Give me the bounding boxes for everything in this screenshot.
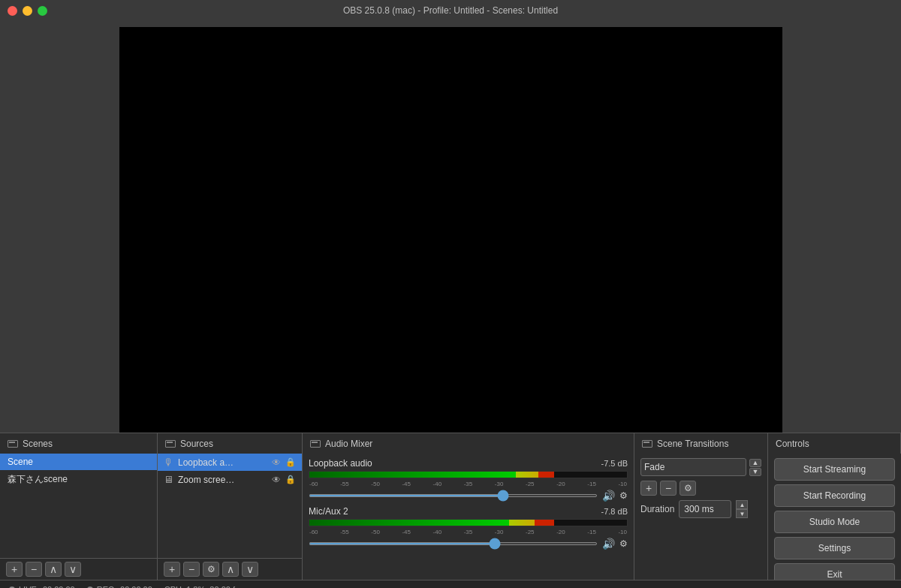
audio-track-1-header: Loopback audio -7.5 dB <box>309 458 628 469</box>
transition-up-button[interactable]: ▲ <box>749 459 761 467</box>
minimize-button[interactable] <box>23 6 32 16</box>
scene-down-button[interactable]: ∨ <box>65 562 81 577</box>
scene-item[interactable]: 森下さんscene <box>0 470 157 489</box>
audio-meter-2 <box>309 519 628 526</box>
audio-track-1-name: Loopback audio <box>309 458 372 469</box>
audio-icons-2: 🔊 ⚙ <box>602 538 628 550</box>
sources-list: 🎙 Loopback a… 👁 🔒 🖥 Zoom scree… 👁 🔒 <box>158 454 302 558</box>
volume-slider-2[interactable] <box>309 542 598 545</box>
source-remove-button[interactable]: − <box>183 562 200 577</box>
scene-remove-button[interactable]: − <box>26 562 42 577</box>
meter-empty-1 <box>554 472 627 478</box>
eye-icon[interactable]: 👁 <box>272 457 281 468</box>
transition-type-select[interactable]: Fade Cut Swipe Slide Stinger Luma Wipe <box>640 458 746 476</box>
transition-add-button[interactable]: + <box>640 481 657 496</box>
scene-item[interactable]: Scene <box>0 454 157 470</box>
scenes-panel-header: Scenes <box>0 433 158 454</box>
panel-content: Scene 森下さんscene + − ∧ ∨ 🎙 Loopback a… 👁 … <box>0 454 901 580</box>
scenes-header-icon <box>8 440 18 448</box>
source-item[interactable]: 🖥 Zoom scree… 👁 🔒 <box>158 471 302 488</box>
transitions-panel-header: Scene Transitions <box>634 433 768 454</box>
audio-meter-1 <box>309 471 628 478</box>
preview-canvas <box>119 27 782 433</box>
audio-volume-row-1: 🔊 ⚙ <box>309 490 628 502</box>
sources-header-label: Sources <box>180 439 213 449</box>
live-time: 00:00:00 <box>43 585 75 589</box>
scene-up-button[interactable]: ∧ <box>45 562 62 577</box>
scenes-header-label: Scenes <box>23 439 53 449</box>
live-status: LIVE: 00:00:00 <box>9 585 75 589</box>
scenes-list: Scene 森下さんscene <box>0 454 157 558</box>
scenes-toolbar: + − ∧ ∨ <box>0 558 157 580</box>
meter-scale-2: -60 -55 -50 -45 -40 -35 -30 -25 -20 -15 … <box>309 529 628 535</box>
transition-remove-button[interactable]: − <box>660 481 677 496</box>
window-controls <box>8 6 47 16</box>
source-item-label: Loopback a… <box>178 457 234 468</box>
audio-settings-button-1[interactable]: ⚙ <box>619 490 628 501</box>
controls-panel-header: Controls <box>768 433 901 454</box>
mute-button-2[interactable]: 🔊 <box>602 538 615 550</box>
meter-green-1 <box>309 472 516 478</box>
controls-panel: Start Streaming Start Recording Studio M… <box>768 454 901 580</box>
audio-track-1-db: -7.5 dB <box>601 459 628 468</box>
audio-track-2-name: Mic/Aux 2 <box>309 506 348 517</box>
transitions-panel: Fade Cut Swipe Slide Stinger Luma Wipe ▲… <box>634 454 768 580</box>
audio-icons-1: 🔊 ⚙ <box>602 490 628 502</box>
transition-settings-button[interactable]: ⚙ <box>680 481 696 496</box>
bottom-area: Scenes Sources Audio Mixer Scene Transit… <box>0 433 901 580</box>
transition-select-row: Fade Cut Swipe Slide Stinger Luma Wipe ▲… <box>640 458 761 476</box>
transitions-header-label: Scene Transitions <box>657 439 728 449</box>
audio-volume-row-2: 🔊 ⚙ <box>309 538 628 550</box>
duration-row: Duration ▲ ▼ <box>640 500 761 518</box>
audio-mixer-panel: Loopback audio -7.5 dB -60 -55 -50 -45 <box>303 454 634 580</box>
preview-container <box>0 21 901 433</box>
start-recording-button[interactable]: Start Recording <box>774 484 895 507</box>
mixer-panel-header: Audio Mixer <box>303 433 634 454</box>
rec-label: REC: <box>97 585 116 589</box>
mic-icon: 🎙 <box>164 457 173 468</box>
audio-track-2-header: Mic/Aux 2 -7.8 dB <box>309 506 628 517</box>
maximize-button[interactable] <box>38 6 47 16</box>
mixer-header-icon <box>310 440 321 448</box>
mixer-header-label: Audio Mixer <box>325 439 372 449</box>
source-item[interactable]: 🎙 Loopback a… 👁 🔒 <box>158 454 302 471</box>
scene-add-button[interactable]: + <box>6 562 23 577</box>
source-add-button[interactable]: + <box>164 562 180 577</box>
transition-toolbar: + − ⚙ <box>640 481 761 496</box>
mute-button-1[interactable]: 🔊 <box>602 490 615 502</box>
meter-red-1 <box>538 472 554 478</box>
audio-track-1: Loopback audio -7.5 dB -60 -55 -50 -45 <box>309 458 628 502</box>
scenes-panel: Scene 森下さんscene + − ∧ ∨ <box>0 454 158 580</box>
meter-yellow-1 <box>516 472 538 478</box>
cpu-status: CPU: 1.8%, 30.00 fps <box>164 585 244 589</box>
studio-mode-button[interactable]: Studio Mode <box>774 511 895 533</box>
lock-icon[interactable]: 🔒 <box>285 457 296 467</box>
sources-panel: 🎙 Loopback a… 👁 🔒 🖥 Zoom scree… 👁 🔒 + − … <box>158 454 303 580</box>
sources-panel-header: Sources <box>158 433 303 454</box>
titlebar: OBS 25.0.8 (mac) - Profile: Untitled - S… <box>0 0 901 21</box>
transition-down-button[interactable]: ▼ <box>749 468 761 476</box>
controls-header-label: Controls <box>776 439 809 449</box>
meter-empty-2 <box>554 520 627 526</box>
audio-settings-button-2[interactable]: ⚙ <box>619 538 628 549</box>
window-title: OBS 25.0.8 (mac) - Profile: Untitled - S… <box>343 5 558 16</box>
duration-input[interactable] <box>679 500 731 518</box>
meter-yellow-2 <box>509 520 535 526</box>
eye-icon[interactable]: 👁 <box>272 475 281 485</box>
volume-slider-1[interactable] <box>309 494 598 497</box>
duration-up-button[interactable]: ▲ <box>736 500 748 509</box>
settings-button[interactable]: Settings <box>774 537 895 559</box>
meter-scale-1: -60 -55 -50 -45 -40 -35 -30 -25 -20 -15 … <box>309 481 628 487</box>
source-settings-button[interactable]: ⚙ <box>203 562 219 577</box>
source-up-button[interactable]: ∧ <box>222 562 239 577</box>
rec-status: REC: 00:00:00 <box>87 585 152 589</box>
duration-arrows: ▲ ▼ <box>736 500 748 518</box>
source-down-button[interactable]: ∨ <box>242 562 258 577</box>
duration-down-button[interactable]: ▼ <box>736 509 748 518</box>
transitions-header-icon <box>642 440 652 448</box>
start-streaming-button[interactable]: Start Streaming <box>774 458 895 481</box>
close-button[interactable] <box>8 6 17 16</box>
sources-header-icon <box>165 440 176 448</box>
lock-icon[interactable]: 🔒 <box>285 475 296 484</box>
transition-arrows: ▲ ▼ <box>749 459 761 476</box>
